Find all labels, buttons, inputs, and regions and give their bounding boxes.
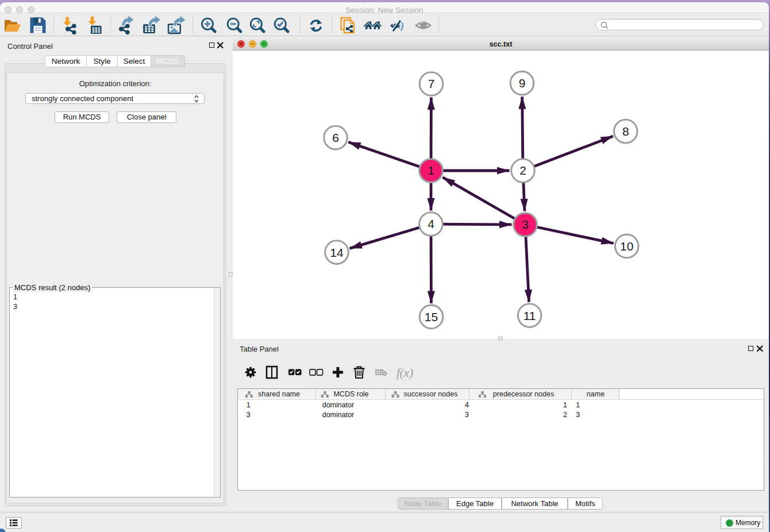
svg-text:4: 4	[428, 217, 434, 230]
svg-text:2: 2	[519, 164, 526, 177]
svg-text:7: 7	[428, 77, 435, 90]
svg-text:11: 11	[523, 309, 536, 322]
svg-text:8: 8	[622, 125, 629, 138]
svg-text:6: 6	[332, 131, 339, 144]
svg-text:1: 1	[428, 164, 434, 177]
svg-text:9: 9	[519, 76, 526, 90]
svg-text:15: 15	[425, 310, 438, 323]
svg-text:f(x): f(x)	[396, 366, 413, 380]
svg-text:14: 14	[330, 246, 344, 259]
svg-text:3: 3	[522, 218, 529, 231]
svg-text:10: 10	[620, 240, 633, 253]
